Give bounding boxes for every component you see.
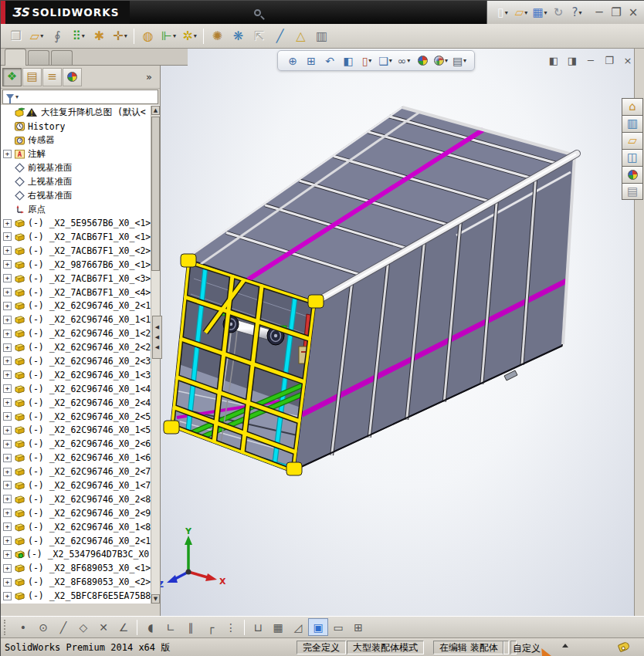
- graphics-area[interactable]: Y X Z: [161, 49, 634, 616]
- move-component-button[interactable]: ✛▾: [110, 26, 130, 46]
- sketch-polygon-button[interactable]: ◇▾: [73, 618, 93, 636]
- smart-fasteners-button[interactable]: ✱▾: [89, 26, 110, 46]
- expander[interactable]: +: [3, 398, 12, 407]
- sketch-corner-button[interactable]: ┌▾: [201, 618, 221, 636]
- open-document-button[interactable]: ▱▾: [512, 4, 530, 21]
- tree-row[interactable]: + (-) _X2_62C96746_X0_2<1: [1, 534, 160, 548]
- doc-restore-button[interactable]: ❐▾: [602, 53, 617, 67]
- expander[interactable]: +: [3, 316, 12, 324]
- custom-properties-button[interactable]: ▤▾: [622, 183, 643, 200]
- interference-detection-button[interactable]: △▾: [290, 26, 311, 46]
- save-document-button[interactable]: ▦▾: [530, 4, 549, 21]
- expander[interactable]: +: [3, 330, 12, 338]
- tree-row[interactable]: + (-) _X2_5BFC8F6E5EA75B8: [1, 589, 160, 603]
- sketch-perpendicular-button[interactable]: ∟▾: [161, 618, 181, 636]
- model-3d[interactable]: Y X Z: [161, 49, 634, 616]
- expander[interactable]: +: [3, 357, 12, 365]
- filter-dropdown-icon[interactable]: ▾: [15, 93, 19, 100]
- viewport-single-button[interactable]: ▭▾: [328, 618, 348, 636]
- sketch-dimension-button[interactable]: ⊔▾: [248, 618, 268, 636]
- tree-row[interactable]: + (-) _X2_62C96746_X0_1<1: [1, 313, 160, 326]
- design-library-button[interactable]: ▥▾: [622, 115, 643, 132]
- tree-row[interactable]: + (-) _X2_62C96746_X0_2<7: [1, 465, 160, 478]
- expander[interactable]: +: [3, 592, 12, 600]
- sketch-trim-button[interactable]: ✕▾: [93, 618, 114, 636]
- measure-button[interactable]: ╱▾: [269, 26, 290, 46]
- exploded-view-button[interactable]: ❋▾: [228, 26, 249, 46]
- doc-minimize-button[interactable]: ─▾: [583, 53, 598, 67]
- tree-filter[interactable]: ▾: [2, 90, 158, 104]
- tree-row[interactable]: + ! 大往复升降机总图 (默认<: [1, 106, 160, 120]
- propertymanager-button[interactable]: ▤▾: [22, 68, 42, 86]
- tree-row[interactable]: + (-) _X2_7ACB67F1_X0_<2>: [1, 244, 160, 258]
- tree-row[interactable]: + 原点: [1, 202, 160, 216]
- view-settings-button[interactable]: ▤▾: [450, 52, 469, 69]
- tree-row[interactable]: + (-) _X2_62C96746_X0_2<9: [1, 506, 160, 520]
- apply-scene-button[interactable]: ▾: [432, 52, 450, 69]
- expander[interactable]: +: [3, 550, 12, 559]
- expander[interactable]: +: [3, 302, 12, 310]
- hide-show-items-button[interactable]: ∞▾: [395, 52, 413, 69]
- help-button[interactable]: ?▾: [568, 4, 586, 21]
- sketch-construction-button[interactable]: ⋮▾: [221, 618, 241, 636]
- sketch-grid-button[interactable]: ▦▾: [268, 618, 288, 636]
- menu-item[interactable]: [182, 1, 196, 24]
- expander[interactable]: +: [3, 384, 12, 393]
- file-explorer-button[interactable]: ▱▾: [622, 132, 643, 149]
- split-right-button[interactable]: ◨▾: [564, 53, 580, 67]
- display-style-button[interactable]: ❑▾: [376, 52, 395, 69]
- expander[interactable]: +: [3, 454, 12, 462]
- tree-row[interactable]: + (-) _X2_7ACB67F1_X0_<1>: [1, 230, 160, 244]
- preview-window-button[interactable]: ▥▾: [311, 26, 332, 46]
- tree-row[interactable]: + (-) _X2_62C96746_X0_1<6: [1, 451, 160, 465]
- open-assembly-button[interactable]: ▱▾: [26, 26, 47, 46]
- sketch-circle-button[interactable]: ⊙▾: [33, 618, 53, 636]
- tree-row[interactable]: + 前视基准面: [1, 161, 160, 175]
- menu-item[interactable]: [238, 1, 252, 24]
- tree-row[interactable]: + (-) _X2_62C96746_X0_2<3: [1, 354, 160, 368]
- expander[interactable]: +: [3, 232, 12, 241]
- command-tab[interactable]: [51, 50, 73, 65]
- tree-row[interactable]: + (-) _X2_7ACB67F1_X0_<3>: [1, 272, 160, 286]
- minimize-button-button[interactable]: ─▾: [591, 5, 608, 20]
- expander[interactable]: +: [3, 246, 12, 255]
- expander[interactable]: +: [3, 343, 12, 352]
- expander[interactable]: +: [3, 412, 12, 421]
- zoom-area-button[interactable]: ⊞▾: [302, 52, 320, 69]
- expander[interactable]: +: [3, 522, 12, 531]
- sketch-mirror-button[interactable]: ◖▾: [141, 618, 161, 636]
- smart-components-button[interactable]: ⇱▾: [249, 26, 269, 46]
- insert-components-button[interactable]: ❒▾: [5, 26, 26, 46]
- menu-item[interactable]: [210, 1, 224, 24]
- dimxpert-button[interactable]: ▾: [63, 68, 82, 86]
- bill-of-materials-button[interactable]: ✺▾: [207, 26, 228, 46]
- tree-row[interactable]: + (-) _X2_62C96746_X0_2<5: [1, 410, 160, 424]
- tree-row[interactable]: + (-) _X2_62C96746_X0_1<5: [1, 423, 160, 437]
- expander[interactable]: +: [3, 564, 12, 573]
- edit-appearance-button[interactable]: ▾: [413, 52, 432, 69]
- reference-geometry-button[interactable]: ✲▾: [179, 26, 200, 46]
- assembly-features-button[interactable]: ⊩▾: [158, 26, 179, 46]
- expander[interactable]: +: [3, 260, 12, 269]
- zoom-fit-button[interactable]: ⊕▾: [283, 52, 302, 69]
- tree-row[interactable]: + 上视基准面: [1, 174, 160, 188]
- panel-more-button[interactable]: »: [146, 71, 158, 83]
- tag-icon[interactable]: [618, 641, 631, 653]
- view-orientation-button[interactable]: ▯▾: [358, 52, 376, 69]
- tree-row[interactable]: + (-) _X2_62C96746_X0_2<8: [1, 492, 160, 506]
- tree-row[interactable]: + (-) _X2_62C96746_X0_1<8: [1, 520, 160, 534]
- show-hidden-components-button[interactable]: ◍▾: [137, 26, 158, 46]
- menu-item[interactable]: [168, 1, 182, 24]
- appearances-scenes-button[interactable]: ▾: [622, 166, 643, 183]
- tree-row[interactable]: + 右视基准面: [1, 188, 160, 202]
- zoom-previous-button[interactable]: ↶▾: [320, 52, 339, 69]
- sketch-point-button[interactable]: •▾: [13, 618, 33, 636]
- tree-row[interactable]: + (-) _X2_62C96746_X0_1<3: [1, 368, 160, 382]
- tree-row[interactable]: + (-) _X2_62C96746_X0_1<4: [1, 382, 160, 396]
- view-3d-mode-button[interactable]: ▣▾: [308, 618, 328, 636]
- menu-item[interactable]: [154, 1, 168, 24]
- tree-row[interactable]: + (-) _X2_62C96746_X0_2<1: [1, 299, 160, 313]
- tree-row[interactable]: + (-) _X2_7ACB67F1_X0_<4>: [1, 286, 160, 299]
- new-document-button[interactable]: ▯▾: [493, 4, 512, 21]
- rebuild-button[interactable]: ↻▾: [549, 4, 568, 21]
